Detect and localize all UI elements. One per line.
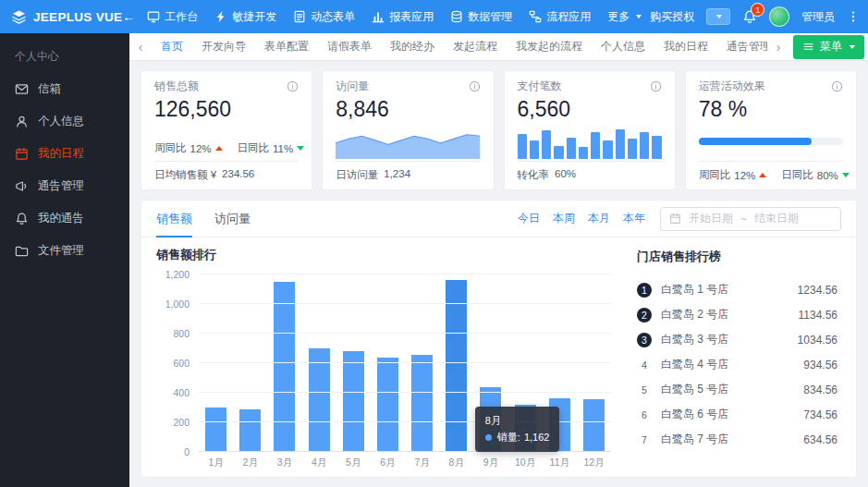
top-right-cluster: 购买授权 1 管理员	[650, 6, 860, 27]
top-nav-item[interactable]: 动态表单	[285, 0, 363, 33]
sidebar-item-label: 通告管理	[38, 178, 84, 194]
stat-card-payments: 支付笔数 6,560 转化率60%	[504, 70, 676, 190]
top-nav-item[interactable]: 敏捷开发	[206, 0, 285, 33]
minibar	[591, 132, 600, 159]
sidebar-item[interactable]: 我的日程	[0, 138, 129, 170]
x-axis-label: 9月	[473, 457, 507, 469]
week-trend: 周同比12%	[154, 141, 223, 155]
x-axis-label: 7月	[405, 457, 439, 469]
top-nav-item[interactable]: 更多	[599, 0, 650, 33]
menu-button[interactable]: 菜单	[793, 35, 864, 59]
sales-bar-8月[interactable]	[446, 280, 467, 452]
database-icon	[453, 11, 462, 21]
info-icon[interactable]	[831, 80, 843, 92]
page-tab[interactable]: 通告管理	[717, 33, 767, 60]
stat-footer: 周同比12% 日同比80%	[699, 162, 843, 186]
quick-range-link[interactable]: 本周	[553, 211, 575, 226]
y-axis-tick: 200	[173, 417, 189, 428]
x-axis-label: 3月	[267, 457, 301, 469]
sales-bar-12月[interactable]	[583, 399, 605, 452]
gridline	[199, 303, 611, 304]
y-axis-tick: 800	[173, 328, 189, 339]
sales-bar-5月[interactable]	[343, 351, 364, 452]
quick-range-link[interactable]: 本月	[588, 211, 610, 226]
page-tab[interactable]: 请假表单	[318, 33, 381, 60]
visits-sparkline	[336, 126, 480, 159]
page-tab[interactable]: 表单配置	[255, 33, 318, 60]
x-axis-label: 11月	[543, 457, 577, 469]
sales-bar-7月[interactable]	[411, 355, 433, 452]
page-tab[interactable]: 发起流程	[444, 33, 507, 60]
collapse-sidebar-icon[interactable]: ←	[122, 9, 135, 24]
stat-footer: 转化率60%	[518, 162, 662, 186]
sidebar-section-title[interactable]: 个人中心	[0, 39, 129, 73]
date-start-placeholder: 开始日期	[689, 211, 733, 226]
minibar	[530, 140, 539, 159]
stat-cards-row: 销售总额 126,560 周同比12% 日同比11%	[141, 70, 857, 190]
sidebar-item[interactable]: 我的通告	[0, 202, 129, 235]
stat-value: 78 %	[699, 97, 843, 122]
store-value: 834.56	[803, 384, 837, 396]
quick-range-link[interactable]: 今日	[518, 211, 540, 226]
stat-title: 销售总额	[154, 79, 199, 94]
top-nav-item[interactable]: 数据管理	[442, 0, 520, 33]
page-tab[interactable]: 我的日程	[654, 33, 717, 60]
activity-progress-fill	[699, 138, 812, 145]
store-name: 白鹭岛 3 号店	[661, 332, 728, 347]
top-nav-item[interactable]: 报表应用	[363, 0, 442, 33]
theme-select[interactable]	[706, 8, 730, 25]
chevron-down-icon	[850, 45, 855, 49]
info-icon[interactable]	[287, 80, 299, 92]
quick-range-link[interactable]: 本年	[623, 211, 645, 226]
buy-license-link[interactable]: 购买授权	[650, 9, 694, 25]
top-nav-item-label: 工作台	[165, 9, 198, 25]
notifications-button[interactable]: 1	[742, 9, 757, 24]
menu-button-label: 菜单	[820, 39, 842, 55]
sales-bar-1月[interactable]	[205, 408, 226, 452]
tabs-scroll-left-icon[interactable]: ‹	[129, 40, 152, 55]
page-tab[interactable]: 开发向导	[192, 33, 255, 60]
top-navbar: JEEPLUS VUE ← 工作台 敏捷开发 动态表单	[0, 0, 868, 33]
info-icon[interactable]	[650, 80, 662, 92]
sidebar-item[interactable]: 文件管理	[0, 235, 129, 267]
page-tabbar: ‹ 首页开发向导表单配置请假表单我的经办发起流程我发起的流程个人信息我的日程通告…	[129, 33, 868, 61]
ranking-row: 3 白鹭岛 3 号店 1034.56	[637, 327, 837, 352]
sales-chart-x-labels: 1月2月3月4月5月6月7月8月9月10月11月12月	[199, 457, 611, 469]
date-range-picker[interactable]: 开始日期 ~ 结束日期	[660, 207, 841, 231]
sales-panel-tab[interactable]: 访问量	[214, 201, 251, 237]
sales-bar-6月[interactable]	[377, 358, 398, 452]
sales-bar-4月[interactable]	[309, 348, 330, 452]
sales-bar-2月[interactable]	[239, 409, 261, 452]
page-tab[interactable]: 我的经办	[381, 33, 444, 60]
top-nav-item-label: 报表应用	[389, 9, 434, 25]
sidebar-item[interactable]: 个人信息	[0, 105, 129, 138]
date-end-placeholder: 结束日期	[754, 211, 799, 226]
tabs-scroll-right-icon[interactable]: ›	[767, 40, 789, 55]
mail-icon	[16, 85, 27, 93]
sales-bar-3月[interactable]	[274, 282, 295, 452]
sidebar-item[interactable]: 信箱	[0, 73, 129, 105]
page-tab[interactable]: 个人信息	[592, 33, 654, 60]
avatar[interactable]	[769, 6, 789, 27]
sales-panel-tab[interactable]: 销售额	[156, 201, 192, 237]
minibar	[652, 136, 661, 159]
more-options-icon[interactable]	[847, 9, 860, 24]
info-icon[interactable]	[469, 80, 481, 92]
payments-minibars	[518, 126, 662, 159]
page-tab[interactable]: 我发起的流程	[507, 33, 592, 60]
page-tab[interactable]: 首页	[152, 33, 192, 60]
trend-up-icon	[215, 146, 223, 151]
app-logo[interactable]: JEEPLUS VUE	[11, 9, 122, 25]
sidebar-item-label: 我的日程	[38, 146, 84, 162]
store-value: 1134.56	[799, 309, 838, 322]
top-nav-item[interactable]: 工作台	[139, 0, 206, 33]
sidebar-item[interactable]: 通告管理	[0, 170, 129, 202]
flow-icon	[531, 11, 541, 21]
sales-chart: 销售额排行 8月 销量:1,162 02004006008001,0001,20…	[156, 247, 618, 469]
notification-badge: 1	[751, 3, 764, 17]
store-name: 白鹭岛 5 号店	[661, 382, 728, 397]
calendar-icon	[17, 148, 27, 159]
y-axis-tick: 600	[173, 358, 189, 369]
top-nav-item[interactable]: 流程应用	[520, 0, 599, 33]
username[interactable]: 管理员	[801, 9, 835, 25]
